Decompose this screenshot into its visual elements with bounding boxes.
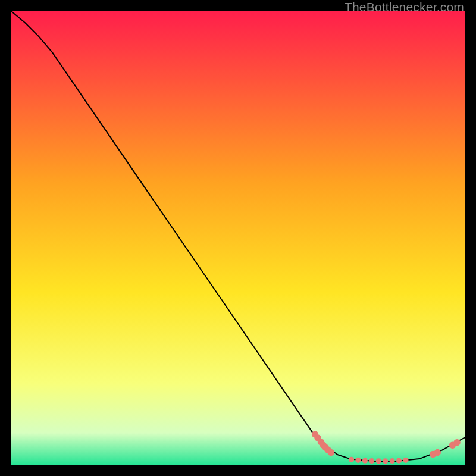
chart-marker <box>390 458 395 464</box>
chart-marker <box>362 458 368 464</box>
chart-marker <box>403 458 408 463</box>
chart-marker <box>328 449 334 456</box>
chart-marker <box>376 458 381 464</box>
chart-marker <box>453 439 460 446</box>
chart-plot-area <box>11 11 465 465</box>
chart-marker <box>383 458 388 464</box>
chart-marker <box>396 458 402 464</box>
chart-svg <box>11 11 465 465</box>
chart-marker <box>369 458 374 464</box>
chart-marker <box>355 458 361 463</box>
chart-marker <box>434 449 441 456</box>
watermark-text: TheBottlenecker.com <box>345 0 464 14</box>
chart-marker <box>349 457 354 462</box>
chart-background <box>11 11 465 465</box>
